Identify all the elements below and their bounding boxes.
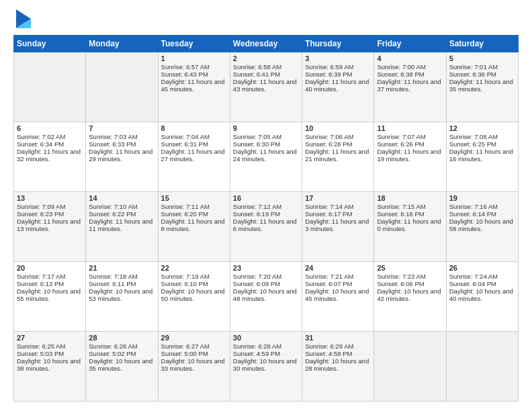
- day-info: Sunrise: 7:24 AM: [449, 273, 515, 280]
- calendar-cell: 17Sunrise: 7:14 AMSunset: 6:17 PMDayligh…: [302, 192, 374, 262]
- calendar-cell: 31Sunrise: 6:29 AMSunset: 4:58 PMDayligh…: [302, 332, 374, 402]
- day-number: 25: [377, 264, 443, 272]
- day-info: Sunset: 6:25 PM: [449, 140, 515, 148]
- calendar-cell: 30Sunrise: 6:28 AMSunset: 4:59 PMDayligh…: [230, 332, 302, 402]
- day-info: Sunrise: 6:26 AM: [89, 342, 154, 350]
- calendar-cell: 19Sunrise: 7:16 AMSunset: 6:14 PMDayligh…: [446, 192, 518, 262]
- day-info: Sunrise: 7:03 AM: [89, 133, 154, 140]
- day-info: Daylight: 10 hours and 35 minutes.: [89, 357, 154, 372]
- calendar-weekday-friday: Friday: [374, 36, 446, 52]
- day-info: Sunrise: 6:58 AM: [233, 63, 299, 71]
- calendar-week-1: 1Sunrise: 6:57 AMSunset: 6:43 PMDaylight…: [14, 52, 519, 122]
- calendar-header-row: SundayMondayTuesdayWednesdayThursdayFrid…: [14, 36, 519, 52]
- calendar-week-5: 27Sunrise: 6:25 AMSunset: 5:03 PMDayligh…: [14, 332, 519, 402]
- calendar-cell: 16Sunrise: 7:12 AMSunset: 6:19 PMDayligh…: [230, 192, 302, 262]
- day-info: Sunset: 6:06 PM: [377, 280, 443, 287]
- day-info: Daylight: 11 hours and 8 minutes.: [161, 218, 227, 232]
- day-info: Daylight: 11 hours and 32 minutes.: [17, 148, 83, 163]
- calendar-cell: 27Sunrise: 6:25 AMSunset: 5:03 PMDayligh…: [14, 332, 86, 402]
- day-number: 2: [233, 54, 299, 62]
- day-info: Daylight: 11 hours and 29 minutes.: [89, 148, 154, 163]
- day-info: Daylight: 11 hours and 13 minutes.: [17, 218, 83, 232]
- day-number: 30: [233, 334, 299, 342]
- calendar-table: SundayMondayTuesdayWednesdayThursdayFrid…: [13, 35, 519, 402]
- day-info: Sunrise: 7:18 AM: [89, 273, 154, 280]
- day-info: Sunset: 6:33 PM: [89, 140, 154, 148]
- calendar-weekday-thursday: Thursday: [302, 36, 374, 52]
- calendar-cell: 15Sunrise: 7:11 AMSunset: 6:20 PMDayligh…: [158, 192, 230, 262]
- day-info: Sunset: 6:04 PM: [449, 280, 515, 287]
- day-number: 29: [161, 334, 227, 342]
- day-info: Daylight: 11 hours and 16 minutes.: [449, 148, 515, 163]
- day-info: Sunrise: 7:23 AM: [377, 273, 443, 280]
- day-info: Daylight: 11 hours and 27 minutes.: [161, 148, 227, 163]
- day-number: 7: [89, 124, 154, 132]
- day-info: Daylight: 10 hours and 30 minutes.: [233, 357, 299, 372]
- calendar-cell: 21Sunrise: 7:18 AMSunset: 6:11 PMDayligh…: [86, 262, 158, 332]
- day-number: 12: [449, 124, 515, 132]
- day-info: Sunset: 6:13 PM: [17, 280, 83, 287]
- day-info: Sunrise: 6:29 AM: [305, 342, 371, 350]
- day-info: Sunset: 6:17 PM: [305, 210, 371, 218]
- calendar-cell: 2Sunrise: 6:58 AMSunset: 6:41 PMDaylight…: [230, 52, 302, 122]
- calendar-cell: 23Sunrise: 7:20 AMSunset: 6:08 PMDayligh…: [230, 262, 302, 332]
- day-info: Sunset: 6:38 PM: [377, 71, 443, 78]
- day-number: 13: [17, 194, 83, 202]
- day-info: Daylight: 10 hours and 58 minutes.: [449, 218, 515, 232]
- day-number: 4: [377, 54, 443, 62]
- calendar-cell: [446, 332, 518, 402]
- day-info: Sunrise: 7:07 AM: [377, 133, 443, 140]
- day-info: Daylight: 10 hours and 28 minutes.: [305, 357, 371, 372]
- day-info: Sunrise: 7:16 AM: [449, 203, 515, 210]
- day-number: 11: [377, 124, 443, 132]
- day-number: 3: [305, 54, 371, 62]
- day-info: Sunset: 6:07 PM: [305, 280, 371, 287]
- day-info: Sunset: 6:31 PM: [161, 140, 227, 148]
- logo: [13, 12, 31, 28]
- calendar-weekday-saturday: Saturday: [446, 36, 518, 52]
- day-number: 15: [161, 194, 227, 202]
- calendar-cell: [86, 52, 158, 122]
- day-info: Sunset: 6:20 PM: [161, 210, 227, 218]
- calendar-week-4: 20Sunrise: 7:17 AMSunset: 6:13 PMDayligh…: [14, 262, 519, 332]
- day-info: Sunrise: 7:20 AM: [233, 273, 299, 280]
- day-info: Sunset: 5:00 PM: [161, 350, 227, 357]
- day-info: Sunset: 6:14 PM: [449, 210, 515, 218]
- day-info: Daylight: 11 hours and 40 minutes.: [305, 78, 371, 93]
- day-info: Sunrise: 6:59 AM: [305, 63, 371, 71]
- calendar-weekday-monday: Monday: [86, 36, 158, 52]
- calendar-cell: 20Sunrise: 7:17 AMSunset: 6:13 PMDayligh…: [14, 262, 86, 332]
- calendar-cell: 29Sunrise: 6:27 AMSunset: 5:00 PMDayligh…: [158, 332, 230, 402]
- day-info: Sunrise: 7:01 AM: [449, 63, 515, 71]
- calendar-cell: 4Sunrise: 7:00 AMSunset: 6:38 PMDaylight…: [374, 52, 446, 122]
- calendar-cell: 3Sunrise: 6:59 AMSunset: 6:39 PMDaylight…: [302, 52, 374, 122]
- day-info: Sunset: 6:43 PM: [161, 71, 227, 78]
- header: [13, 12, 519, 28]
- day-info: Sunrise: 6:57 AM: [161, 63, 227, 71]
- day-info: Daylight: 11 hours and 19 minutes.: [377, 148, 443, 163]
- day-info: Sunrise: 7:15 AM: [377, 203, 443, 210]
- calendar-cell: 24Sunrise: 7:21 AMSunset: 6:07 PMDayligh…: [302, 262, 374, 332]
- day-info: Sunrise: 6:27 AM: [161, 342, 227, 350]
- calendar-cell: 5Sunrise: 7:01 AMSunset: 6:36 PMDaylight…: [446, 52, 518, 122]
- day-number: 5: [449, 54, 515, 62]
- calendar-cell: 12Sunrise: 7:08 AMSunset: 6:25 PMDayligh…: [446, 122, 518, 192]
- calendar-cell: 10Sunrise: 7:06 AMSunset: 6:28 PMDayligh…: [302, 122, 374, 192]
- day-info: Daylight: 10 hours and 55 minutes.: [17, 287, 83, 302]
- day-info: Sunset: 6:23 PM: [17, 210, 83, 218]
- day-info: Sunset: 6:30 PM: [233, 140, 299, 148]
- calendar-week-2: 6Sunrise: 7:02 AMSunset: 6:34 PMDaylight…: [14, 122, 519, 192]
- day-info: Daylight: 11 hours and 35 minutes.: [449, 78, 515, 93]
- day-info: Sunrise: 7:04 AM: [161, 133, 227, 140]
- day-number: 24: [305, 264, 371, 272]
- day-info: Daylight: 11 hours and 37 minutes.: [377, 78, 443, 93]
- day-info: Sunrise: 7:17 AM: [17, 273, 83, 280]
- day-number: 31: [305, 334, 371, 342]
- day-info: Sunset: 4:58 PM: [305, 350, 371, 357]
- day-info: Sunrise: 7:19 AM: [161, 273, 227, 280]
- day-info: Daylight: 11 hours and 24 minutes.: [233, 148, 299, 163]
- day-number: 23: [233, 264, 299, 272]
- day-info: Sunset: 6:10 PM: [161, 280, 227, 287]
- day-info: Sunrise: 7:08 AM: [449, 133, 515, 140]
- day-info: Daylight: 11 hours and 45 minutes.: [161, 78, 227, 93]
